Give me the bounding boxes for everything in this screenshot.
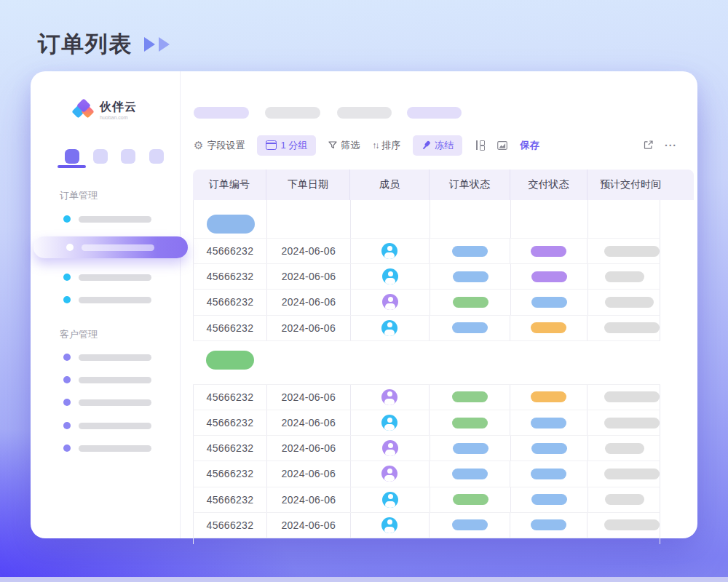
order-status-pill[interactable] [453,297,488,308]
column-header[interactable]: 预计交付时间 [587,170,694,200]
table-row[interactable]: 456662322024-06-06 [193,239,660,264]
funnel-icon [328,141,337,149]
group-label-pill[interactable] [206,351,254,370]
share-button[interactable] [643,140,654,151]
delivery-status-pill[interactable] [531,271,567,282]
delivery-status-pill[interactable] [531,494,567,505]
column-header[interactable]: 订单编号 [193,170,266,200]
bottom-strip [0,577,728,582]
save-button[interactable]: 保存 [520,139,539,152]
member-avatar[interactable] [382,268,398,284]
order-number-cell: 45666232 [194,385,267,410]
order-status-pill[interactable] [453,494,488,505]
order-status-cell [430,264,511,289]
delivery-status-pill[interactable] [531,246,566,257]
delivery-status-pill[interactable] [531,519,566,530]
sidebar-item[interactable] [31,269,180,285]
member-avatar[interactable] [381,389,397,405]
delivery-status-pill[interactable] [531,443,567,454]
member-avatar[interactable] [381,517,397,533]
sidebar-item-label-placeholder [79,445,151,452]
table-row[interactable]: 456662322024-06-06 [193,385,660,410]
sidebar-item[interactable] [31,440,180,456]
order-status-pill[interactable] [453,443,488,454]
tree-structure-icon [475,140,485,150]
delivery-status-cell [511,264,588,289]
eta-cell [588,487,660,512]
order-date-cell: 2024-06-06 [267,410,351,435]
eta-placeholder [605,443,644,454]
sidebar-item-dot [66,244,74,251]
order-status-pill[interactable] [452,519,488,530]
sidebar-tab[interactable] [93,149,108,164]
toolbar: ⚙ 字段设置 1 分组 筛选 ↑↓ 排序 [194,135,539,156]
member-avatar[interactable] [381,415,397,431]
order-status-pill[interactable] [452,391,488,402]
member-avatar[interactable] [381,243,397,259]
column-header[interactable]: 交付状态 [510,170,587,200]
delivery-status-pill[interactable] [531,297,567,308]
order-status-pill[interactable] [452,322,488,333]
order-status-pill[interactable] [452,246,488,257]
delivery-status-pill[interactable] [531,469,566,479]
order-status-cell [430,316,510,340]
delivery-status-pill[interactable] [531,391,566,402]
sidebar-item-active[interactable] [33,236,188,258]
delivery-status-cell [511,487,588,512]
sidebar-item[interactable] [31,372,180,388]
sidebar-tab[interactable] [149,149,164,164]
delivery-status-pill[interactable] [531,322,566,333]
field-settings-button[interactable]: ⚙ 字段设置 [194,139,245,152]
sidebar-tab[interactable] [65,149,79,164]
logo-domain: huoban.com [100,115,137,120]
sidebar-item[interactable] [31,211,180,227]
table-row[interactable]: 456662322024-06-06 [193,410,660,436]
view-tab-placeholder[interactable] [194,107,249,119]
column-header[interactable]: 订单状态 [430,170,510,200]
eta-cell [587,316,660,340]
title-arrow-icon [159,37,170,52]
more-button[interactable]: ··· [665,140,677,151]
view-tab-placeholder[interactable] [265,107,320,119]
sort-button[interactable]: ↑↓ 排序 [372,139,400,152]
delivery-status-pill[interactable] [531,418,566,428]
filter-button[interactable]: 筛选 [328,139,360,152]
logo-icon [74,100,93,120]
table-row[interactable]: 456662322024-06-06 [193,487,660,513]
order-date-cell: 2024-06-06 [267,513,351,538]
row-structure-button[interactable] [475,140,485,150]
member-avatar[interactable] [381,320,397,336]
sidebar-item[interactable] [31,418,180,434]
table-row[interactable]: 456662322024-06-06 [193,436,660,461]
table-row[interactable]: 456662322024-06-06 [193,264,660,290]
order-status-pill[interactable] [452,418,488,428]
column-header[interactable]: 成员 [350,170,430,200]
member-avatar[interactable] [381,466,397,482]
view-tab-placeholder[interactable] [337,107,392,119]
table-row[interactable]: 456662322024-06-06 [193,290,660,315]
member-avatar[interactable] [382,492,398,508]
column-header[interactable]: 下单日期 [266,170,350,200]
sidebar-item[interactable] [31,292,180,308]
freeze-button[interactable]: 冻结 [413,135,462,156]
chart-view-button[interactable] [497,141,507,150]
table-row[interactable]: 456662322024-06-06 [193,316,660,341]
group-label-pill[interactable] [207,215,255,234]
member-cell [351,264,430,289]
table-row[interactable]: 456662322024-06-06 [193,461,660,487]
view-tab-placeholder[interactable] [407,107,462,119]
order-status-pill[interactable] [453,271,488,282]
eta-placeholder [604,519,660,530]
member-cell [351,385,430,410]
sidebar-tab[interactable] [121,149,135,164]
member-avatar[interactable] [382,440,398,456]
group-button[interactable]: 1 分组 [257,135,316,156]
sidebar-item[interactable] [31,349,180,365]
sidebar-item[interactable] [31,394,180,410]
table-row[interactable]: 456662322024-06-06 [193,513,660,538]
order-number: 45666232 [207,271,254,282]
order-status-pill[interactable] [452,469,488,479]
table-header: 订单编号下单日期成员订单状态交付状态预计交付时间 [193,170,694,200]
member-cell [351,436,430,461]
member-avatar[interactable] [382,294,398,310]
